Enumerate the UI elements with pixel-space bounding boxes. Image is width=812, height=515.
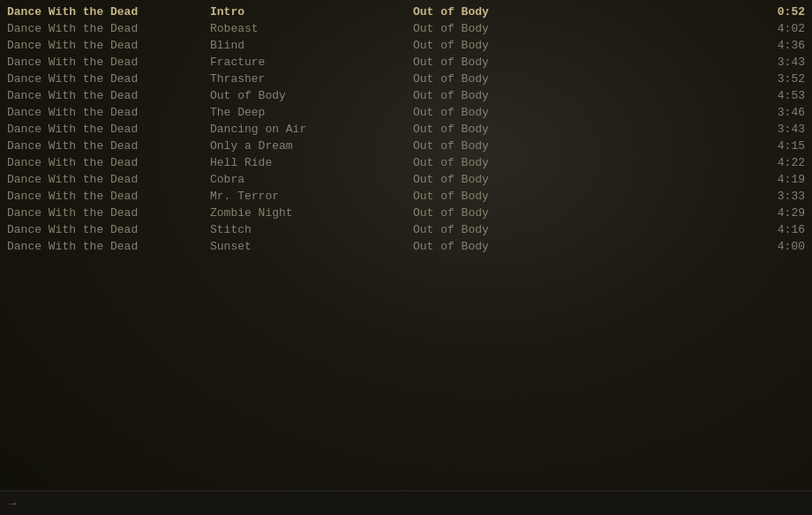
- track-album: Out of Body: [413, 106, 752, 119]
- track-duration: 3:33: [752, 190, 805, 203]
- table-row[interactable]: Dance With the DeadStitchOut of Body4:16: [0, 221, 812, 238]
- track-album: Out of Body: [413, 240, 752, 253]
- track-title: Hell Ride: [210, 156, 413, 169]
- table-header: Dance With the Dead Intro Out of Body 0:…: [0, 4, 812, 20]
- track-title: Mr. Terror: [210, 190, 413, 203]
- track-title: Stitch: [210, 223, 413, 236]
- table-row[interactable]: Dance With the DeadBlindOut of Body4:36: [0, 37, 812, 54]
- table-row[interactable]: Dance With the DeadThrasherOut of Body3:…: [0, 71, 812, 87]
- header-duration: 0:52: [752, 5, 805, 19]
- track-title: Thrasher: [210, 72, 413, 86]
- track-duration: 3:43: [752, 123, 805, 136]
- arrow-icon: →: [9, 496, 16, 511]
- table-row[interactable]: Dance With the DeadThe DeepOut of Body3:…: [0, 104, 812, 121]
- bottom-bar: →: [0, 490, 812, 515]
- track-duration: 4:15: [752, 139, 805, 153]
- track-artist: Dance With the Dead: [7, 123, 210, 136]
- track-album: Out of Body: [413, 190, 752, 203]
- track-artist: Dance With the Dead: [7, 89, 210, 102]
- track-artist: Dance With the Dead: [7, 206, 210, 220]
- track-title: Only a Dream: [210, 139, 413, 153]
- table-row[interactable]: Dance With the DeadOut of BodyOut of Bod…: [0, 87, 812, 104]
- track-duration: 4:00: [752, 240, 805, 253]
- track-list: Dance With the Dead Intro Out of Body 0:…: [0, 0, 812, 255]
- track-duration: 4:19: [752, 173, 805, 186]
- track-artist: Dance With the Dead: [7, 190, 210, 203]
- table-row[interactable]: Dance With the DeadZombie NightOut of Bo…: [0, 205, 812, 221]
- track-album: Out of Body: [413, 22, 752, 35]
- track-duration: 4:53: [752, 89, 805, 102]
- track-album: Out of Body: [413, 89, 752, 102]
- table-row[interactable]: Dance With the DeadHell RideOut of Body4…: [0, 154, 812, 171]
- track-artist: Dance With the Dead: [7, 139, 210, 153]
- table-row[interactable]: Dance With the DeadDancing on AirOut of …: [0, 121, 812, 138]
- track-title: Blind: [210, 39, 413, 52]
- table-row[interactable]: Dance With the DeadOnly a DreamOut of Bo…: [0, 138, 812, 154]
- track-album: Out of Body: [413, 123, 752, 136]
- track-duration: 4:36: [752, 39, 805, 52]
- track-album: Out of Body: [413, 173, 752, 186]
- track-album: Out of Body: [413, 223, 752, 236]
- track-album: Out of Body: [413, 206, 752, 220]
- track-album: Out of Body: [413, 139, 752, 153]
- track-artist: Dance With the Dead: [7, 240, 210, 253]
- track-artist: Dance With the Dead: [7, 223, 210, 236]
- track-duration: 3:52: [752, 72, 805, 86]
- table-row[interactable]: Dance With the DeadFractureOut of Body3:…: [0, 54, 812, 71]
- table-row[interactable]: Dance With the DeadCobraOut of Body4:19: [0, 171, 812, 188]
- track-duration: 4:29: [752, 206, 805, 220]
- track-duration: 4:02: [752, 22, 805, 35]
- table-row[interactable]: Dance With the DeadRobeastOut of Body4:0…: [0, 20, 812, 37]
- track-duration: 3:46: [752, 106, 805, 119]
- track-title: Cobra: [210, 173, 413, 186]
- track-album: Out of Body: [413, 56, 752, 69]
- track-artist: Dance With the Dead: [7, 22, 210, 35]
- track-title: Sunset: [210, 240, 413, 253]
- header-album: Out of Body: [413, 5, 752, 19]
- header-artist: Dance With the Dead: [7, 5, 210, 19]
- track-album: Out of Body: [413, 72, 752, 86]
- track-artist: Dance With the Dead: [7, 39, 210, 52]
- track-duration: 3:43: [752, 56, 805, 69]
- track-title: Dancing on Air: [210, 123, 413, 136]
- track-title: The Deep: [210, 106, 413, 119]
- header-title: Intro: [210, 5, 413, 19]
- track-duration: 4:16: [752, 223, 805, 236]
- track-artist: Dance With the Dead: [7, 72, 210, 86]
- track-title: Zombie Night: [210, 206, 413, 220]
- track-title: Robeast: [210, 22, 413, 35]
- track-duration: 4:22: [752, 156, 805, 169]
- track-title: Fracture: [210, 56, 413, 69]
- track-album: Out of Body: [413, 39, 752, 52]
- track-album: Out of Body: [413, 156, 752, 169]
- track-artist: Dance With the Dead: [7, 173, 210, 186]
- table-row[interactable]: Dance With the DeadMr. TerrorOut of Body…: [0, 188, 812, 205]
- track-artist: Dance With the Dead: [7, 106, 210, 119]
- table-row[interactable]: Dance With the DeadSunsetOut of Body4:00: [0, 238, 812, 255]
- track-artist: Dance With the Dead: [7, 56, 210, 69]
- track-title: Out of Body: [210, 89, 413, 102]
- track-artist: Dance With the Dead: [7, 156, 210, 169]
